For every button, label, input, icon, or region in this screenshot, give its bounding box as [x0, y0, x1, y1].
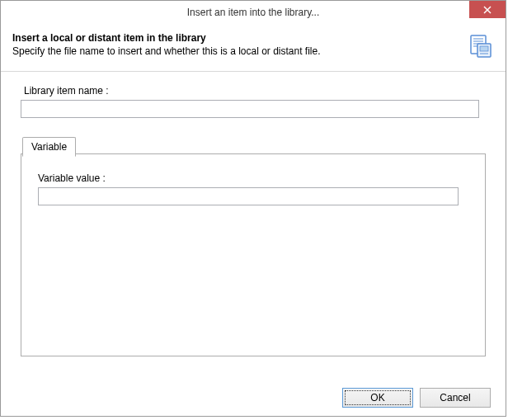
body-area: Library item name : Variable Variable va… — [1, 72, 506, 364]
dialog-title: Insert an item into the library... — [187, 7, 320, 18]
tab-variable-label: Variable — [31, 141, 67, 153]
cancel-button[interactable]: Cancel — [420, 388, 491, 408]
svg-rect-8 — [480, 46, 488, 51]
library-item-icon — [468, 34, 494, 60]
ok-button-label: OK — [370, 392, 384, 403]
header-panel: Insert a local or distant item in the li… — [1, 24, 506, 72]
tab-variable[interactable]: Variable — [22, 137, 76, 157]
titlebar: Insert an item into the library... — [1, 1, 506, 24]
header-title: Insert a local or distant item in the li… — [12, 32, 494, 44]
dialog-footer: OK Cancel — [342, 388, 491, 408]
tab-container: Variable Variable value : — [21, 136, 486, 357]
variable-value-label: Variable value : — [38, 172, 468, 184]
header-subtitle: Specify the file name to insert and whet… — [12, 45, 494, 57]
library-item-name-input[interactable] — [21, 100, 479, 118]
close-button[interactable] — [469, 1, 506, 18]
tab-body: Variable value : — [21, 153, 486, 356]
cancel-button-label: Cancel — [440, 392, 470, 403]
ok-button[interactable]: OK — [342, 388, 413, 408]
library-item-name-label: Library item name : — [24, 85, 486, 97]
tab-header: Variable — [21, 136, 486, 154]
variable-value-input[interactable] — [38, 187, 459, 205]
close-icon — [483, 6, 492, 14]
dialog-window: Insert an item into the library... Inser… — [0, 0, 506, 417]
